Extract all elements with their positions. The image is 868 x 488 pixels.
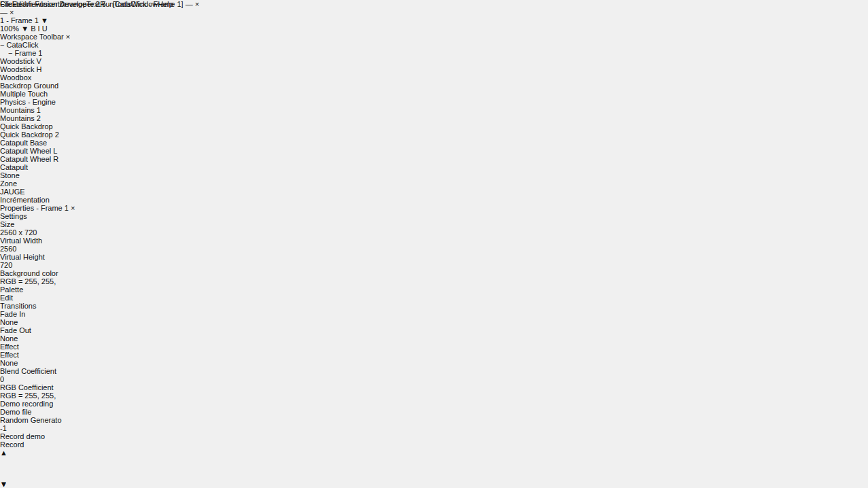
main-toolbar: 1 - Frame 1 ▼ [0, 16, 868, 24]
chevron-down-icon[interactable]: ▼ [21, 24, 29, 33]
property-value-text: RGB = 255, 255, [0, 277, 56, 285]
tree-item-label: Multiple Touch [0, 90, 48, 98]
tree-item-label: Quick Backdrop [0, 122, 53, 130]
tree-item-label: Mountains 2 [0, 114, 41, 122]
scroll-up-icon[interactable]: ▲ [0, 449, 868, 457]
record-button[interactable]: Record [0, 440, 24, 449]
property-value[interactable]: None [0, 318, 868, 326]
tree-item-catapult-wheel-r[interactable]: Catapult Wheel R [0, 155, 868, 163]
tree-item-label: Woodbox [0, 73, 31, 82]
underline-button[interactable]: U [42, 24, 48, 33]
chevron-down-icon[interactable]: ▼ [41, 16, 48, 24]
collapse-icon[interactable]: − [0, 41, 4, 49]
tree-item-cataclick[interactable]: − CataClick [0, 41, 868, 49]
tree-item-mountains-2[interactable]: Mountains 2 [0, 114, 868, 122]
property-value-text: RGB = 255, 255, [0, 391, 56, 400]
property-section-demo-recording: Demo recording [0, 400, 868, 408]
property-value[interactable]: 720 [0, 261, 868, 269]
property-value-text: None [0, 359, 18, 367]
left-dock: Workspace Toolbar × − CataClick − Frame … [0, 33, 868, 488]
tree-item-label: Zone [0, 179, 17, 188]
property-value[interactable]: RGB = 255, 255, [0, 277, 868, 285]
property-value-text: 2560 x 720 [0, 228, 37, 237]
collapse-icon[interactable]: − [8, 49, 12, 57]
close-icon[interactable]: × [195, 0, 199, 8]
tree-item-mountains-1[interactable]: Mountains 1 [0, 106, 868, 114]
zoom-level-value: 100% [0, 24, 19, 33]
tree-item-backdrop-ground[interactable]: Backdrop Ground [0, 82, 868, 90]
workspace-panel-header: Workspace Toolbar × [0, 33, 868, 41]
tree-item-label: Mountains 1 [0, 106, 41, 114]
tree-item-label-selected: Frame 1 [15, 49, 43, 57]
tree-item-catapult-base[interactable]: Catapult Base [0, 139, 868, 147]
property-label: Size [0, 220, 14, 228]
format-toolbar: 100% ▼ B I U [0, 24, 868, 33]
property-row-virtual-width: Virtual Width2560 [0, 237, 868, 253]
property-row-fade-in: Fade InNone [0, 310, 868, 326]
tree-item-quick-backdrop-2[interactable]: Quick Backdrop 2 [0, 130, 868, 139]
tree-children: Woodstick VWoodstick HWoodboxBackdrop Gr… [0, 57, 868, 204]
tree-item-jauge[interactable]: JAUGE [0, 188, 868, 196]
tree-item-catapult[interactable]: Catapult [0, 163, 868, 171]
property-value[interactable]: None [0, 359, 868, 367]
property-row-demo-file: Demo file [0, 408, 868, 416]
property-value[interactable]: 2560 x 720 [0, 228, 868, 237]
tree-item-label: Backdrop Ground [0, 82, 58, 90]
tree-item-frame-1[interactable]: − Frame 1 [8, 49, 868, 57]
properties-panel: Properties - Frame 1 × SettingsSize2560 … [0, 204, 868, 488]
italic-button[interactable]: I [38, 24, 40, 33]
property-value[interactable]: None [0, 334, 868, 343]
tree-item-multiple-touch[interactable]: Multiple Touch [0, 90, 868, 98]
tree-item-stone[interactable]: Stone [0, 171, 868, 179]
tree-item-label: Catapult Wheel L [0, 147, 57, 155]
property-value[interactable]: Record [0, 440, 868, 449]
property-value-text: 720 [0, 261, 12, 269]
close-icon[interactable]: × [66, 33, 70, 41]
property-label: Palette [0, 285, 23, 294]
bold-button[interactable]: B [31, 24, 35, 33]
tree-item-quick-backdrop[interactable]: Quick Backdrop [0, 122, 868, 130]
property-row-blend-coefficient: Blend Coefficient0 [0, 367, 868, 383]
property-label: Fade In [0, 310, 25, 318]
tree-item-incr-mentation[interactable]: Incrémentation [0, 196, 868, 204]
tree-item-label: CataClick [7, 41, 39, 49]
tree-item-label: Catapult Wheel R [0, 155, 58, 163]
tree-item-woodstick-v[interactable]: Woodstick V [0, 57, 868, 65]
property-grid: SettingsSize2560 x 720Virtual Width2560V… [0, 212, 868, 449]
property-value[interactable]: Edit [0, 294, 868, 302]
tree-item-catapult-wheel-l[interactable]: Catapult Wheel L [0, 147, 868, 155]
workspace-tree: − CataClick − Frame 1 Woodstick VWoodsti… [0, 41, 868, 204]
close-icon[interactable]: × [71, 204, 75, 212]
scroll-down-icon[interactable]: ▼ [0, 480, 868, 488]
tree-item-woodstick-h[interactable]: Woodstick H [0, 65, 868, 73]
minimize-icon[interactable]: — [186, 0, 193, 8]
property-value[interactable]: 0 [0, 375, 868, 383]
tree-item-label: Physics - Engine [0, 98, 56, 106]
property-section-effect: Effect [0, 343, 868, 351]
tree-item-zone[interactable]: Zone [0, 179, 868, 188]
zoom-selector[interactable]: 100% ▼ [0, 24, 31, 33]
property-value[interactable]: RGB = 255, 255, [0, 391, 868, 400]
property-value[interactable]: 2560 [0, 245, 868, 253]
property-label: Effect [0, 351, 19, 359]
property-label: Record demo [0, 432, 45, 440]
frame-selector-value: 1 - Frame 1 [0, 16, 39, 24]
property-label: Virtual Width [0, 237, 42, 245]
property-value-text: None [0, 318, 18, 326]
property-label: Virtual Height [0, 253, 45, 261]
tree-item-label: Incrémentation [0, 196, 50, 204]
property-row-palette: PaletteEdit [0, 285, 868, 302]
edit-button[interactable]: Edit [0, 294, 13, 302]
property-section-settings: Settings [0, 212, 868, 220]
property-row-random-generato: Random Generato-1 [0, 416, 868, 432]
property-section-transitions: Transitions [0, 302, 868, 310]
tree-item-label: Woodstick H [0, 65, 42, 73]
tree-item-woodbox[interactable]: Woodbox [0, 73, 868, 82]
property-value[interactable]: -1 [0, 424, 868, 432]
property-row-rgb-coefficient: RGB CoefficientRGB = 255, 255, [0, 383, 868, 400]
tree-item-label: Catapult [0, 163, 28, 171]
properties-panel-title: Properties - Frame 1 [0, 204, 69, 212]
frame-selector[interactable]: 1 - Frame 1 ▼ [0, 16, 48, 24]
workspace-panel: Workspace Toolbar × − CataClick − Frame … [0, 33, 868, 204]
tree-item-physics-engine[interactable]: Physics - Engine [0, 98, 868, 106]
